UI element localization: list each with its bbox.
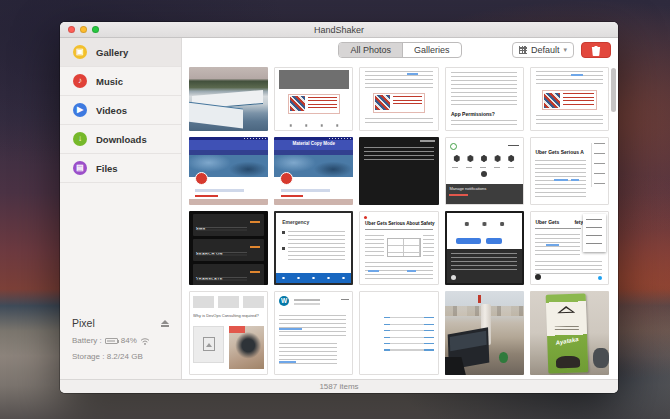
thumbnail-article-dark[interactable] bbox=[274, 67, 353, 131]
device-panel: Pixel Battery : 84% Storage : 8.2/24 GB bbox=[60, 309, 181, 379]
blue-button bbox=[456, 238, 482, 244]
scrollbar-thumb[interactable] bbox=[611, 68, 616, 112]
sidebar-item-downloads[interactable]: ↓ Downloads bbox=[60, 125, 181, 154]
status-dot-icon bbox=[450, 143, 457, 150]
thumbnail-photo-desk[interactable] bbox=[445, 291, 524, 375]
thumbnail-wordpress-email[interactable]: W bbox=[274, 291, 353, 375]
titlebar[interactable]: HandShaker bbox=[60, 22, 618, 38]
sidebar-item-label: Files bbox=[96, 163, 118, 174]
thumbnail-devops-webpage[interactable]: Why is DevOps Consulting required? bbox=[189, 291, 268, 375]
traffic-lights bbox=[68, 22, 99, 37]
notifications-bar-label: Manage notifications bbox=[449, 186, 486, 191]
thumbnail-heading: Uber Gets Serious About Safety bbox=[365, 221, 435, 226]
battery-icon bbox=[105, 338, 118, 344]
battery-label: Battery : bbox=[72, 336, 102, 345]
thumbnail-dark-list[interactable]: SMS SEARCH ON TRANSLATE SPEAK bbox=[189, 211, 268, 285]
storage-row: Storage : 8.2/24 GB bbox=[72, 352, 169, 361]
sidebar-item-label: Music bbox=[96, 76, 123, 87]
trash-icon bbox=[591, 45, 601, 56]
sidebar-item-label: Videos bbox=[96, 105, 127, 116]
thumbnail-heading: Emergency bbox=[282, 219, 309, 225]
view-style-label: Default bbox=[531, 45, 560, 55]
thumbnail-uber-article[interactable]: Uber Gets Serious A bbox=[530, 137, 609, 205]
music-icon: ♪ bbox=[73, 74, 87, 88]
wifi-icon bbox=[140, 337, 150, 345]
tab-all-photos[interactable]: All Photos bbox=[339, 43, 403, 57]
blue-button bbox=[486, 238, 503, 244]
files-icon: ▤ bbox=[73, 161, 87, 175]
thumbnail-youtube-channel[interactable] bbox=[189, 137, 268, 205]
eject-icon[interactable] bbox=[161, 320, 169, 327]
thumbnail-photo-tea[interactable]: Ayataka bbox=[530, 291, 609, 375]
thumbnail-uber-article-popup[interactable]: Uber Gets fety bbox=[530, 211, 609, 285]
wordpress-logo-icon: W bbox=[279, 296, 289, 306]
sidebar-item-label: Downloads bbox=[96, 134, 147, 145]
items-count: 1587 items bbox=[319, 382, 358, 391]
close-button[interactable] bbox=[68, 26, 75, 33]
videos-icon: ▶ bbox=[73, 103, 87, 117]
list-item: SMS bbox=[193, 214, 264, 236]
thumbnail-uber-safety-article[interactable]: Uber Gets Serious About Safety bbox=[359, 211, 438, 285]
thumbnail-dark-text[interactable] bbox=[359, 137, 438, 205]
delete-button[interactable] bbox=[581, 42, 611, 58]
channel-avatar bbox=[195, 172, 208, 185]
channel-avatar bbox=[280, 172, 293, 185]
window-title: HandShaker bbox=[314, 25, 364, 35]
grid-view-icon bbox=[519, 46, 527, 54]
thumbnail-article-promo[interactable] bbox=[530, 67, 609, 131]
battery-value: 84% bbox=[121, 336, 137, 345]
tab-galleries[interactable]: Galleries bbox=[403, 43, 461, 57]
channel-title: Material Copy Mode bbox=[274, 141, 353, 146]
sidebar-item-videos[interactable]: ▶ Videos bbox=[60, 96, 181, 125]
chevron-down-icon: ▾ bbox=[563, 46, 567, 54]
thumbnail-heading: Uber Gets bbox=[535, 219, 559, 225]
hand-photo bbox=[229, 326, 265, 369]
thumbnail-youtube-channel-titled[interactable]: Material Copy Mode bbox=[274, 137, 353, 205]
thumbnail-heading: Uber Gets Serious A bbox=[535, 149, 583, 155]
sidebar: ▣ Gallery ♪ Music ▶ Videos ↓ Downloads ▤… bbox=[60, 38, 182, 379]
storage-value: Storage : 8.2/24 GB bbox=[72, 352, 143, 361]
status-bar: 1587 items bbox=[60, 379, 618, 393]
gallery-icon: ▣ bbox=[73, 45, 87, 59]
list-item: SEARCH ON bbox=[193, 239, 264, 261]
context-menu-popup bbox=[583, 214, 606, 251]
battery-row: Battery : 84% bbox=[72, 336, 169, 345]
handshaker-window: HandShaker ▣ Gallery ♪ Music ▶ Videos ↓ … bbox=[60, 22, 618, 393]
thumbnail-heading: Why is DevOps Consulting required? bbox=[193, 313, 266, 318]
sidebar-item-label: Gallery bbox=[96, 47, 128, 58]
sidebar-item-music[interactable]: ♪ Music bbox=[60, 67, 181, 96]
view-tabs: All Photos Galleries bbox=[338, 42, 461, 58]
thumbnail-links-table[interactable] bbox=[359, 291, 438, 375]
thumbnail-share-sheet[interactable] bbox=[445, 211, 524, 285]
tea-brand-label: Ayataka bbox=[547, 334, 587, 347]
main-area: All Photos Galleries Default ▾ bbox=[182, 38, 618, 379]
list-item: TRANSLATE bbox=[193, 264, 264, 285]
thumbnail-quick-settings[interactable]: Manage notifications bbox=[445, 137, 524, 205]
thumbnail-photo-boats[interactable] bbox=[189, 67, 268, 131]
tea-house-logo-icon bbox=[557, 305, 575, 313]
image-placeholder-icon bbox=[193, 326, 224, 362]
view-style-dropdown[interactable]: Default ▾ bbox=[512, 42, 574, 58]
thumbnail-emergency[interactable]: Emergency bbox=[274, 211, 353, 285]
thumbnail-heading: App Permissions? bbox=[451, 111, 495, 117]
thumbnail-text-page[interactable]: App Permissions? bbox=[445, 67, 524, 131]
sidebar-item-files[interactable]: ▤ Files bbox=[60, 154, 181, 183]
thumbnail-article-light[interactable] bbox=[359, 67, 438, 131]
downloads-icon: ↓ bbox=[73, 132, 87, 146]
thumbnail-grid: App Permissions? Material bbox=[182, 62, 618, 379]
toolbar: All Photos Galleries Default ▾ bbox=[182, 38, 618, 62]
device-name: Pixel bbox=[72, 317, 95, 329]
sidebar-item-gallery[interactable]: ▣ Gallery bbox=[60, 38, 181, 67]
zoom-button[interactable] bbox=[92, 26, 99, 33]
minimize-button[interactable] bbox=[80, 26, 87, 33]
